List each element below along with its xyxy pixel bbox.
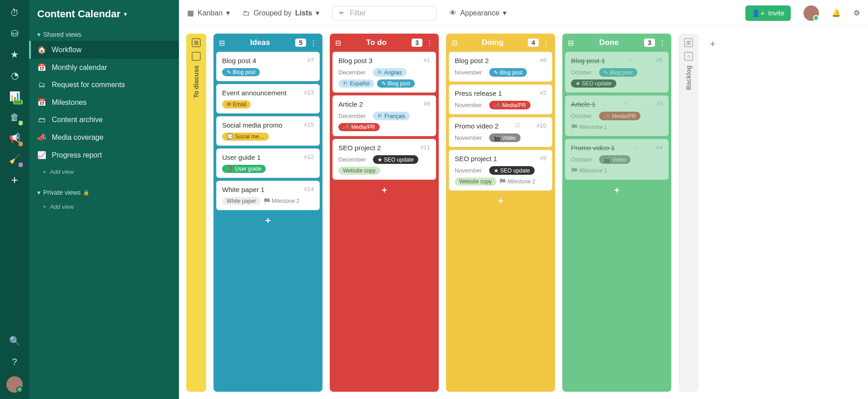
card-id: #11 — [420, 144, 430, 151]
sidebar-item-milestones[interactable]: 📅Milestones — [29, 94, 179, 111]
card[interactable]: Article 1 ✓ #3 October📣 Media/PR🏁 Milest… — [565, 95, 669, 136]
card[interactable]: User guide 1 #12 ❓ User guide — [216, 148, 320, 178]
collapsed-column-todiscuss[interactable]: ⊞ To discuss — [186, 34, 206, 392]
card-id: #9 — [540, 155, 546, 162]
card[interactable]: Promo video 2 ☑ #10 November🎬 Video — [449, 117, 552, 147]
chevron-down-icon: ▾ — [316, 9, 319, 17]
search-icon[interactable]: 🔍 — [8, 335, 21, 347]
add-shared-view[interactable]: +Add view — [29, 164, 179, 180]
tag: December — [338, 112, 370, 120]
add-private-view[interactable]: +Add view — [29, 199, 179, 215]
card[interactable]: Blog post 1 ✓ #5 October✎ Blog post★ SEO… — [565, 52, 669, 93]
count-box — [192, 52, 201, 61]
collapse-icon[interactable]: ⊟ — [568, 39, 574, 47]
megaphone-icon[interactable]: 📢 — [8, 132, 21, 144]
sidebar-item-request-for-comments[interactable]: 🗂Request for comments — [29, 76, 179, 94]
card-id: #15 — [304, 121, 314, 128]
settings-icon[interactable]: ⚙ — [853, 9, 860, 17]
topbar-avatar[interactable] — [804, 5, 819, 21]
sidebar-item-label: Milestones — [52, 99, 86, 107]
sidebar: Content Calendar ▾ ▾Shared views 🏠Workfl… — [29, 0, 179, 399]
collapsed-column-backlog[interactable]: ⊞ ○ Backlog — [679, 34, 699, 392]
tag: 💬 Social me… — [222, 133, 269, 141]
card-id: #5 — [656, 57, 663, 64]
sidebar-item-progress-report[interactable]: 📈Progress report — [29, 146, 179, 164]
card[interactable]: Social media promo #15 💬 Social me… — [216, 116, 320, 146]
card-id: #7 — [308, 57, 314, 64]
column-title: Done — [577, 38, 640, 47]
column-title: Doing — [461, 38, 524, 47]
column-count: 5 — [295, 39, 306, 47]
group-selector[interactable]: 🗀 Grouped by Lists ▾ — [243, 9, 319, 17]
sidebar-item-monthly-calendar[interactable]: 📅Monthly calendar — [29, 59, 179, 76]
collapse-icon[interactable]: ⊟ — [451, 39, 457, 47]
tag: October — [571, 155, 596, 164]
card[interactable]: SEO project 2 #11 December★ SEO updateWe… — [332, 139, 436, 180]
collapse-icon[interactable]: ⊟ — [335, 39, 341, 47]
kebab-icon[interactable]: ⋮ — [310, 39, 317, 47]
kebab-icon[interactable]: ⋮ — [426, 39, 433, 47]
collapse-icon[interactable]: ⊟ — [219, 39, 225, 47]
card-title: Event announcement — [222, 89, 287, 97]
expand-icon: ⊞ — [192, 38, 201, 47]
tag: December — [338, 68, 370, 77]
tag: ★ SEO update — [571, 79, 616, 88]
filter-input[interactable]: ⏷ Filter — [332, 6, 436, 20]
chart-icon[interactable]: 📊019 — [8, 90, 21, 103]
card[interactable]: Event announcement #13 ✉ Email — [216, 84, 320, 113]
private-views-header[interactable]: ▾Private views🔒 — [29, 186, 179, 199]
add-column-button[interactable]: + — [706, 34, 719, 392]
card[interactable]: Promo video 1 ✓ #4 October🎬 Video🏁 Miles… — [565, 139, 669, 180]
logo-icon[interactable]: ⏱ — [8, 6, 21, 19]
sidebar-item-workflow[interactable]: 🏠Workflow — [29, 41, 179, 59]
rail-avatar[interactable] — [6, 376, 23, 393]
tag: Website copy — [338, 167, 380, 175]
card[interactable]: Press release 1 #2 November📣 Media/PR — [449, 84, 552, 114]
workspace-title[interactable]: Content Calendar ▾ — [29, 6, 179, 28]
broom-badge — [19, 163, 23, 167]
card-id: #10 — [536, 122, 546, 129]
trash-icon[interactable]: 🗑 — [8, 111, 21, 123]
tag: Website copy — [455, 177, 496, 186]
help-icon[interactable]: ? — [8, 355, 21, 368]
card[interactable]: White paper 1 #14 White paper🏁 Milestone… — [216, 181, 320, 210]
sidebar-item-content-archive[interactable]: 🗃Content archive — [29, 111, 179, 128]
card[interactable]: Blog post 3 #1 December🏳 Anglais🏳 Españo… — [332, 52, 436, 93]
column-title: To do — [345, 38, 408, 47]
main: ▦ Kanban ▾ 🗀 Grouped by Lists ▾ ⏷ Filter… — [179, 0, 868, 399]
done-icon: ✓ — [628, 57, 633, 63]
kebab-icon[interactable]: ⋮ — [542, 39, 550, 47]
card-title: Social media promo — [222, 121, 283, 129]
tag: 🏁 Milestone 1 — [571, 123, 612, 131]
broom-icon[interactable]: 🧹 — [8, 153, 21, 165]
add-card-button[interactable]: + — [565, 182, 669, 198]
shared-views-header[interactable]: ▾Shared views — [29, 28, 179, 41]
tag: November — [455, 133, 486, 142]
gauge-icon[interactable]: ◔ — [8, 69, 21, 82]
card[interactable]: SEO project 1 #9 November★ SEO updateWeb… — [449, 150, 552, 191]
sidebar-item-media-coverage[interactable]: 📣Media coverage — [29, 128, 179, 146]
card[interactable]: Article 2 #8 December🏳 Français📣 Media/P… — [332, 95, 436, 136]
add-card-button[interactable]: + — [449, 193, 552, 209]
card[interactable]: Blog post 4 #7 ✎ Blog post — [216, 52, 320, 81]
star-icon[interactable]: ★ — [8, 48, 21, 61]
add-card-button[interactable]: + — [216, 213, 320, 229]
kebab-icon[interactable]: ⋮ — [659, 39, 666, 47]
add-card-button[interactable]: + — [332, 182, 436, 198]
trash-badge — [19, 121, 23, 125]
add-workspace-icon[interactable]: + — [8, 173, 21, 186]
card-title: Promo video 2 — [455, 122, 499, 130]
invite-button[interactable]: 👤+ Invite — [745, 5, 791, 21]
shared-views-list: 🏠Workflow📅Monthly calendar🗂Request for c… — [29, 41, 179, 164]
card-title: Blog post 3 — [338, 57, 372, 64]
appearance-selector[interactable]: 👁 Appearance ▾ — [449, 9, 506, 17]
view-icon: 🏠 — [37, 45, 46, 54]
view-selector[interactable]: ▦ Kanban ▾ — [187, 9, 230, 17]
dashboard-icon[interactable]: ⛁ — [8, 27, 21, 40]
tag: 🏁 Milestone 1 — [571, 167, 612, 175]
card[interactable]: Blog post 2 #6 November✎ Blog post — [449, 52, 552, 82]
notifications-icon[interactable]: 🔔 — [832, 9, 841, 17]
kanban-icon: ▦ — [187, 9, 194, 17]
expand-icon: ⊞ — [684, 38, 693, 47]
column-count: 3 — [644, 39, 655, 47]
